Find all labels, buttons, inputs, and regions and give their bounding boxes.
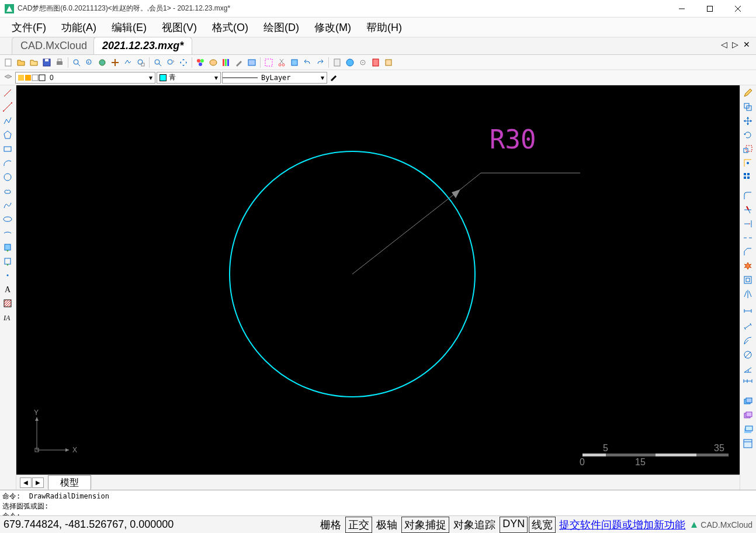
- layout-prev-icon[interactable]: ◀: [20, 477, 32, 488]
- fillet-begin-icon[interactable]: [741, 189, 754, 202]
- properties-icon[interactable]: [741, 437, 754, 450]
- globe-icon[interactable]: [344, 57, 356, 68]
- model-tab[interactable]: 模型: [48, 475, 91, 490]
- polygon-icon[interactable]: [1, 129, 14, 141]
- trim-icon[interactable]: [741, 203, 754, 216]
- tab-cloud[interactable]: CAD.MxCloud: [12, 37, 96, 54]
- pencil-icon[interactable]: [741, 86, 754, 99]
- color-selector[interactable]: 青 ▾: [157, 72, 221, 84]
- tab-prev-icon[interactable]: ◁: [720, 40, 729, 49]
- toggle-dyn[interactable]: DYN: [500, 517, 528, 533]
- dim-aligned-icon[interactable]: [741, 320, 754, 333]
- layer-stack-icon[interactable]: [741, 423, 754, 436]
- lineweight-icon[interactable]: [328, 72, 340, 84]
- menu-view[interactable]: 视图(V): [156, 18, 203, 37]
- menu-modify[interactable]: 修改(M): [308, 18, 357, 37]
- arc-icon[interactable]: [1, 157, 14, 169]
- insert-block-icon[interactable]: [1, 241, 14, 254]
- menu-help[interactable]: 帮助(H): [360, 18, 408, 37]
- zoom-previous-icon[interactable]: [165, 57, 176, 68]
- zoom-icon[interactable]: [71, 57, 82, 68]
- ellipse-arc-icon[interactable]: [1, 227, 14, 240]
- pdf-icon[interactable]: [370, 57, 382, 68]
- revcloud-icon[interactable]: [1, 185, 14, 198]
- point-icon[interactable]: [1, 269, 14, 282]
- align-icon[interactable]: [741, 157, 754, 169]
- menu-edit[interactable]: 编辑(E): [106, 18, 152, 37]
- drawing-canvas[interactable]: R30 X Y 5 35 0: [16, 85, 740, 475]
- undo-icon[interactable]: [301, 57, 313, 68]
- array-icon[interactable]: [741, 171, 754, 184]
- export-icon[interactable]: [383, 57, 394, 68]
- open-icon[interactable]: [15, 57, 27, 68]
- layers-icon[interactable]: [220, 57, 232, 68]
- mirror-icon[interactable]: [741, 288, 754, 300]
- close-button[interactable]: [724, 1, 751, 17]
- line-icon[interactable]: [1, 86, 14, 99]
- menu-format[interactable]: 格式(O): [206, 18, 254, 37]
- cut-icon[interactable]: [276, 57, 287, 68]
- palette-icon[interactable]: [207, 57, 219, 68]
- copy-icon[interactable]: [741, 101, 754, 113]
- brush-icon[interactable]: [233, 57, 245, 68]
- dim-angle-icon[interactable]: [741, 362, 754, 375]
- tab-close-icon[interactable]: ✕: [742, 40, 751, 49]
- zoom-extents-icon[interactable]: [96, 57, 108, 68]
- menu-function[interactable]: 功能(A): [56, 18, 102, 37]
- save-icon[interactable]: [41, 57, 53, 68]
- circle-icon[interactable]: [1, 171, 14, 184]
- hatch-icon[interactable]: [1, 297, 14, 310]
- xline-icon[interactable]: [1, 101, 14, 113]
- mtext-icon[interactable]: IA: [1, 311, 14, 324]
- scale-icon[interactable]: [741, 143, 754, 155]
- new-icon[interactable]: [2, 57, 14, 68]
- polyline-icon[interactable]: [1, 115, 14, 127]
- feedback-link[interactable]: 提交软件问题或增加新功能: [559, 518, 685, 532]
- redo-icon[interactable]: [314, 57, 326, 68]
- tab-current[interactable]: 2021.12.23.mxg*: [93, 37, 192, 54]
- menu-draw[interactable]: 绘图(D): [258, 18, 305, 37]
- zoom-in-icon[interactable]: +: [84, 57, 95, 68]
- move2-icon[interactable]: [741, 115, 754, 127]
- zoom-realtime-icon[interactable]: [152, 57, 164, 68]
- pan-icon[interactable]: [109, 57, 121, 68]
- menu-file[interactable]: 文件(F): [6, 18, 52, 37]
- layer-move-icon[interactable]: [741, 409, 754, 422]
- settings-icon[interactable]: [357, 57, 369, 68]
- toggle-lwt[interactable]: 线宽: [529, 517, 556, 533]
- toggle-polar[interactable]: 极轴: [373, 517, 400, 533]
- toggle-grid[interactable]: 栅格: [317, 517, 344, 533]
- linetype-selector[interactable]: ByLayer ▾: [222, 72, 327, 84]
- rectangle-icon[interactable]: [1, 143, 14, 155]
- ellipse-icon[interactable]: [1, 213, 14, 226]
- chamfer-icon[interactable]: [741, 245, 754, 258]
- move-icon[interactable]: [178, 57, 189, 68]
- dim-linear-icon[interactable]: [741, 306, 754, 319]
- folder-icon[interactable]: [28, 57, 40, 68]
- text-icon[interactable]: A: [1, 283, 14, 296]
- calculator-icon[interactable]: [331, 57, 343, 68]
- explode-icon[interactable]: [741, 259, 754, 272]
- spline-icon[interactable]: [1, 199, 14, 212]
- dim-diameter-icon[interactable]: [741, 348, 754, 361]
- command-window[interactable]: 命令: DrawRadialDimension 选择圆弧或圆: 命令:: [0, 490, 756, 515]
- layer-selector[interactable]: 0 ▾: [15, 72, 155, 84]
- zoom-window-icon[interactable]: [135, 57, 147, 68]
- sketch-icon[interactable]: [122, 57, 134, 68]
- toggle-osnap[interactable]: 对象捕捉: [401, 517, 449, 533]
- layer-manager-icon[interactable]: [2, 72, 14, 84]
- maximize-button[interactable]: [696, 1, 723, 17]
- layout-next-icon[interactable]: ▶: [32, 477, 44, 488]
- toggle-otrack[interactable]: 对象追踪: [450, 517, 498, 533]
- make-block-icon[interactable]: [1, 255, 14, 268]
- extend-icon[interactable]: [741, 217, 754, 230]
- select-icon[interactable]: [263, 57, 275, 68]
- print-icon[interactable]: [54, 57, 65, 68]
- offset-icon[interactable]: [741, 274, 754, 286]
- minimize-button[interactable]: [668, 1, 695, 17]
- toggle-ortho[interactable]: 正交: [345, 517, 372, 533]
- break-icon[interactable]: [741, 231, 754, 244]
- rotate-icon[interactable]: [741, 129, 754, 141]
- block-icon[interactable]: [289, 57, 300, 68]
- layer-copy-icon[interactable]: [741, 395, 754, 408]
